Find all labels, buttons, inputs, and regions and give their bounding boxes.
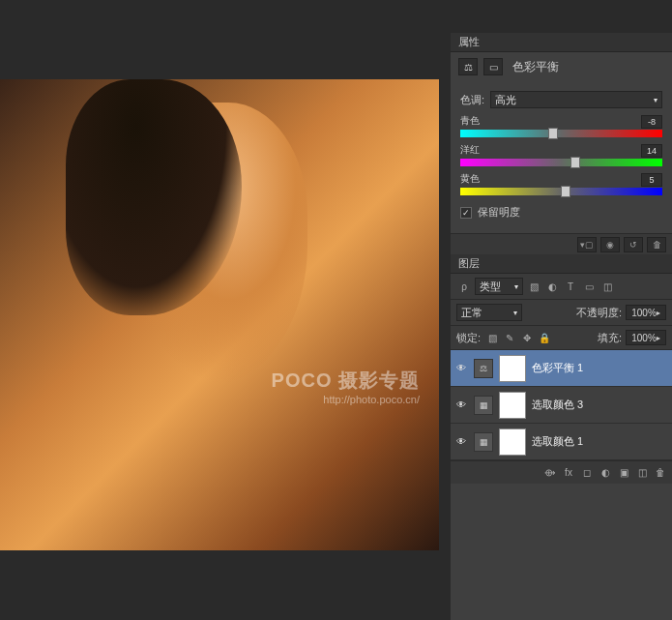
fill-label: 填充: <box>598 331 622 345</box>
filter-smart-icon[interactable]: ◫ <box>599 279 615 294</box>
document-canvas[interactable]: POCO 摄影专题 http://photo.poco.cn/ <box>0 79 439 550</box>
delete-adjustment-icon[interactable]: 🗑 <box>647 237 666 252</box>
layer-row[interactable]: 👁 ⚖ 色彩平衡 1 <box>451 350 672 387</box>
layer-row[interactable]: 👁 ▦ 选取颜色 3 <box>451 387 672 424</box>
layer-style-icon[interactable]: fx <box>561 465 576 481</box>
layer-mask-thumbnail[interactable] <box>499 355 526 382</box>
magenta-green-slider[interactable]: 洋红 绿色 14 <box>460 143 662 166</box>
new-group-icon[interactable]: ▣ <box>616 465 631 481</box>
magenta-green-value[interactable]: 14 <box>641 144 662 158</box>
layer-row[interactable]: 👁 ▦ 选取颜色 1 <box>451 424 672 460</box>
layer-name[interactable]: 选取颜色 3 <box>532 398 583 412</box>
delete-layer-icon[interactable]: 🗑 <box>653 465 668 481</box>
watermark: POCO 摄影专题 http://photo.poco.cn/ <box>272 368 420 405</box>
cyan-red-value[interactable]: -8 <box>641 115 662 129</box>
filter-type-icon[interactable]: T <box>563 279 578 294</box>
layer-mask-thumbnail[interactable] <box>499 428 526 456</box>
clip-to-layer-icon[interactable]: ▾▢ <box>577 237 597 252</box>
adjustment-name: 色彩平衡 <box>512 59 559 75</box>
properties-panel-header[interactable]: 属性 <box>451 33 672 52</box>
opacity-input[interactable]: 100%▸ <box>626 305 666 320</box>
preserve-luminosity-checkbox[interactable]: ✓ <box>460 207 472 219</box>
filter-adjustment-icon[interactable]: ◐ <box>544 279 560 294</box>
color-balance-icon: ⚖ <box>474 359 493 378</box>
lock-position-icon[interactable]: ✥ <box>519 330 535 345</box>
tone-select[interactable]: 高光▾ <box>490 91 662 108</box>
layers-panel-header[interactable]: 图层 <box>451 254 672 274</box>
layers-footer: ⟴ fx ◻ ◐ ▣ ◫ 🗑 <box>451 460 672 484</box>
layer-name[interactable]: 选取颜色 1 <box>532 434 583 449</box>
reset-icon[interactable]: ↺ <box>624 237 643 252</box>
selective-color-icon: ▦ <box>474 432 493 452</box>
layer-mask-thumbnail[interactable] <box>499 392 526 419</box>
new-adjustment-icon[interactable]: ◐ <box>598 465 613 481</box>
selective-color-icon: ▦ <box>474 396 493 415</box>
blend-mode-select[interactable]: 正常▾ <box>456 304 522 321</box>
visibility-toggle-icon[interactable]: 👁 <box>454 399 468 412</box>
view-previous-icon[interactable]: ◉ <box>600 237 620 252</box>
tone-label: 色调: <box>460 93 484 107</box>
new-layer-icon[interactable]: ◫ <box>634 465 650 481</box>
lock-transparency-icon[interactable]: ▧ <box>484 330 500 345</box>
layers-panel-title: 图层 <box>458 256 480 271</box>
preserve-luminosity-label: 保留明度 <box>478 205 520 220</box>
lock-all-icon[interactable]: 🔒 <box>537 330 552 345</box>
filter-kind-select[interactable]: 类型▾ <box>475 278 523 295</box>
filter-kind-icon[interactable]: ρ <box>456 279 472 294</box>
visibility-toggle-icon[interactable]: 👁 <box>454 435 468 449</box>
yellow-blue-value[interactable]: 5 <box>641 173 662 187</box>
layer-name[interactable]: 色彩平衡 1 <box>532 361 583 375</box>
properties-panel-title: 属性 <box>458 35 480 49</box>
filter-shape-icon[interactable]: ▭ <box>581 279 597 294</box>
visibility-toggle-icon[interactable]: 👁 <box>454 362 468 375</box>
cyan-red-slider[interactable]: 青色 红色 -8 <box>460 114 662 137</box>
adjustment-icon[interactable]: ⚖ <box>458 58 478 75</box>
right-panels: 属性 ⚖ ▭ 色彩平衡 色调: 高光▾ 青色 红色 -8 洋红 绿色 <box>451 33 672 620</box>
link-layers-icon[interactable]: ⟴ <box>542 465 558 481</box>
properties-footer: ▾▢ ◉ ↺ 🗑 <box>451 233 672 254</box>
lock-label: 锁定: <box>456 331 481 345</box>
fill-input[interactable]: 100%▸ <box>626 330 666 345</box>
add-mask-icon[interactable]: ◻ <box>579 465 595 481</box>
opacity-label: 不透明度: <box>576 306 622 320</box>
filter-pixel-icon[interactable]: ▧ <box>526 279 541 294</box>
yellow-blue-slider[interactable]: 黄色 蓝色 5 <box>460 172 662 195</box>
mask-icon[interactable]: ▭ <box>483 58 503 75</box>
lock-pixels-icon[interactable]: ✎ <box>502 330 517 345</box>
